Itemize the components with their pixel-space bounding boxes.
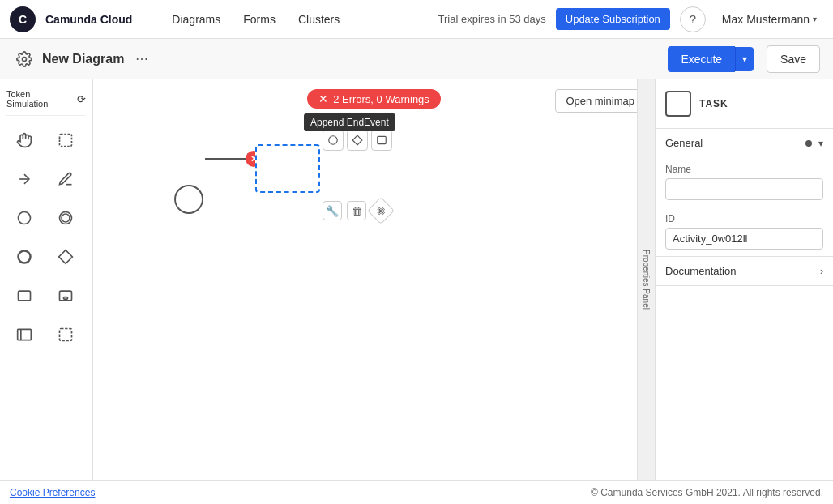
delete-button[interactable]: 🗑 xyxy=(347,201,366,220)
token-simulation-label: Token Simulation xyxy=(6,89,74,109)
user-menu[interactable]: Max Mustermann ▾ xyxy=(716,10,823,29)
name-label: Name xyxy=(665,164,823,175)
nav-diagrams[interactable]: Diagrams xyxy=(162,10,230,29)
start-event-shape[interactable] xyxy=(174,185,203,214)
name-field-container: Name xyxy=(656,157,833,207)
tools-panel: Token Simulation ⟳ xyxy=(0,79,93,480)
cookie-preferences-link[interactable]: Cookie Preferences xyxy=(10,487,95,498)
general-section-header[interactable]: General ▾ xyxy=(656,129,833,157)
task-shape[interactable] xyxy=(255,144,320,193)
general-section: General ▾ Name ID xyxy=(656,129,833,257)
help-button[interactable]: ? xyxy=(680,6,706,32)
hand-tool-button[interactable] xyxy=(6,122,42,158)
more-options-button[interactable]: ⋯ xyxy=(130,48,153,70)
intermediate-event-tool-button[interactable] xyxy=(48,200,83,236)
properties-panel-header: TASK xyxy=(656,79,833,129)
svg-marker-7 xyxy=(59,250,73,264)
task-tool-button[interactable] xyxy=(6,278,42,314)
main-area: Token Simulation ⟳ xyxy=(0,79,833,480)
wrench-tool-button[interactable]: 🔧 xyxy=(323,201,342,220)
svg-point-5 xyxy=(62,214,70,222)
pool-tool-button[interactable] xyxy=(6,317,42,352)
top-nav: C Camunda Cloud Diagrams Forms Clusters … xyxy=(0,0,833,39)
end-event-tool-button[interactable] xyxy=(6,239,42,275)
update-subscription-button[interactable]: Update Subscription xyxy=(556,8,670,30)
save-button[interactable]: Save xyxy=(767,45,820,73)
id-input[interactable] xyxy=(665,228,823,250)
open-minimap-button[interactable]: Open minimap xyxy=(555,89,645,113)
sequence-flow xyxy=(205,158,250,160)
svg-point-3 xyxy=(19,212,31,224)
svg-rect-11 xyxy=(18,329,32,340)
id-field-container: ID xyxy=(656,207,833,256)
token-simulation-bar: Token Simulation ⟳ xyxy=(6,86,86,116)
gateway-tool-button[interactable] xyxy=(48,239,83,275)
execute-dropdown-button[interactable]: ▾ xyxy=(735,47,754,71)
footer: Cookie Preferences © Camunda Services Gm… xyxy=(0,480,833,504)
properties-task-icon xyxy=(665,91,691,117)
tool-grid xyxy=(6,122,86,352)
append-start-event-button[interactable] xyxy=(323,130,344,151)
copyright-text: © Camunda Services GmbH 2021. All rights… xyxy=(591,487,823,498)
properties-panel: TASK General ▾ Name ID xyxy=(655,79,833,480)
documentation-section: Documentation › xyxy=(656,257,833,286)
nav-forms[interactable]: Forms xyxy=(233,10,285,29)
brand-name: Camunda Cloud xyxy=(39,13,139,26)
svg-point-6 xyxy=(19,251,31,263)
start-event-tool-button[interactable] xyxy=(6,200,42,236)
app-logo: C xyxy=(10,6,36,32)
append-task-button[interactable] xyxy=(371,130,392,151)
append-end-event-tooltip: Append EndEvent xyxy=(304,113,395,131)
task-action-buttons: 🔧 🗑 ✙ xyxy=(323,201,391,220)
svg-rect-1 xyxy=(60,135,72,147)
execute-btn-group: Execute ▾ xyxy=(668,46,754,72)
diagram-title: New Diagram xyxy=(42,52,124,66)
svg-marker-15 xyxy=(352,135,362,145)
group-tool-button[interactable] xyxy=(48,317,83,352)
trial-text: Trial expires in 53 days xyxy=(438,13,546,25)
connect-tool-button[interactable] xyxy=(6,161,42,197)
svg-rect-16 xyxy=(378,136,387,143)
chevron-down-icon: ▾ xyxy=(813,15,817,23)
documentation-section-chevron: › xyxy=(820,266,823,277)
canvas-area[interactable]: ✕ 2 Errors, 0 Warnings Open minimap ✕ xyxy=(93,79,655,480)
user-name: Max Mustermann xyxy=(722,13,810,26)
expand-button[interactable]: ✙ xyxy=(367,197,395,224)
error-close-icon[interactable]: ✕ xyxy=(318,92,328,105)
svg-rect-13 xyxy=(60,329,72,341)
help-icon: ? xyxy=(690,12,696,26)
error-badge: ✕ 2 Errors, 0 Warnings xyxy=(307,89,441,109)
nav-divider xyxy=(152,10,152,29)
svg-rect-8 xyxy=(19,291,31,301)
svg-point-14 xyxy=(329,136,338,145)
name-input[interactable] xyxy=(665,178,823,200)
context-pad xyxy=(323,130,392,151)
documentation-section-header[interactable]: Documentation › xyxy=(656,257,833,285)
general-section-dot xyxy=(805,140,812,147)
general-section-chevron: ▾ xyxy=(818,138,823,149)
edit-tool-button[interactable] xyxy=(48,161,83,197)
lasso-tool-button[interactable] xyxy=(48,122,83,158)
diagram-toolbar: New Diagram ⋯ Execute ▾ Save xyxy=(0,39,833,79)
execute-button[interactable]: Execute xyxy=(668,46,735,72)
svg-rect-10 xyxy=(64,297,68,300)
subprocess-tool-button[interactable] xyxy=(48,278,83,314)
properties-panel-toggle[interactable]: Properties Panel xyxy=(637,79,655,480)
properties-panel-title: TASK xyxy=(699,98,728,109)
append-gateway-button[interactable] xyxy=(347,130,368,151)
nav-clusters[interactable]: Clusters xyxy=(288,10,349,29)
id-label: ID xyxy=(665,213,823,224)
diagram-settings-icon[interactable] xyxy=(13,48,36,70)
token-simulation-toggle-icon[interactable]: ⟳ xyxy=(77,93,86,105)
chevron-down-icon: ▾ xyxy=(742,53,747,65)
svg-point-0 xyxy=(23,57,27,61)
